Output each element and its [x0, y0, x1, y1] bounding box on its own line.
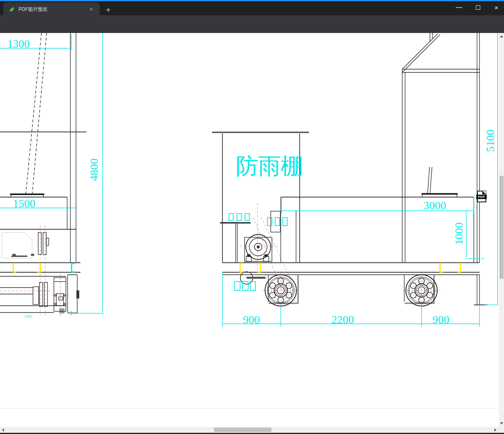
new-tab-button[interactable]: +: [104, 6, 113, 15]
dim-4800: 4800: [88, 158, 100, 181]
maximize-button[interactable]: [472, 4, 484, 12]
dimension-lines: [0, 33, 498, 327]
scroll-up-icon[interactable]: [500, 35, 503, 37]
shelter-label: 防雨棚: [236, 153, 303, 179]
pdf-badge-label: PDF: [476, 195, 487, 199]
browser-toolbar: ← → ↻ ⌂ i localhost:8012/onlinePreview?u…: [0, 15, 504, 33]
dim-1500: 1500: [13, 197, 35, 210]
dim-1385: 1385: [24, 314, 32, 319]
rail-clips-highlight: [13, 263, 461, 272]
dim-1300: 1300: [7, 37, 30, 50]
vertical-scrollbar[interactable]: [499, 33, 504, 427]
browser-window: PDF图片预览 × + — × ← → ↻ ⌂ i localhost:8012…: [0, 0, 504, 434]
pdf-preview-page: 1300 4800 1500 1385 防雨棚 5100 3000 1000 9…: [0, 33, 504, 434]
dim-900-rear: 900: [432, 313, 449, 326]
ghost-outline: [2, 232, 32, 258]
browser-tab[interactable]: PDF图片预览 ×: [3, 2, 100, 16]
scroll-right-icon[interactable]: [494, 428, 496, 432]
spring-leaf-favicon-icon: [8, 6, 15, 13]
dim-2200: 2200: [331, 313, 354, 326]
close-window-button[interactable]: ×: [490, 4, 502, 12]
scroll-left-icon[interactable]: [2, 428, 4, 432]
dim-5100: 5100: [484, 130, 496, 152]
pdf-fold-corner: [483, 191, 486, 194]
tab-title: PDF图片预览: [19, 6, 87, 13]
scrollbar-corner: [499, 427, 504, 433]
cad-drawing-svg: 1300 4800 1500 1385 防雨棚 5100 3000 1000 9…: [0, 33, 499, 427]
scroll-down-icon[interactable]: [500, 422, 503, 424]
horizontal-scroll-thumb[interactable]: [214, 428, 272, 432]
dim-3000: 3000: [424, 199, 446, 212]
tab-strip: PDF图片预览 × + — ×: [0, 1, 504, 15]
vertical-scroll-thumb[interactable]: [500, 176, 504, 279]
maximize-icon: [476, 5, 480, 10]
horizontal-scrollbar[interactable]: [0, 427, 499, 433]
dim-900-front: 900: [243, 313, 260, 326]
minimize-button[interactable]: —: [453, 4, 465, 12]
tab-close-icon[interactable]: ×: [88, 6, 95, 13]
pdf-page-edge: [0, 408, 499, 409]
pdf-file-icon[interactable]: PDF: [477, 191, 486, 202]
dim-1000: 1000: [453, 222, 465, 245]
